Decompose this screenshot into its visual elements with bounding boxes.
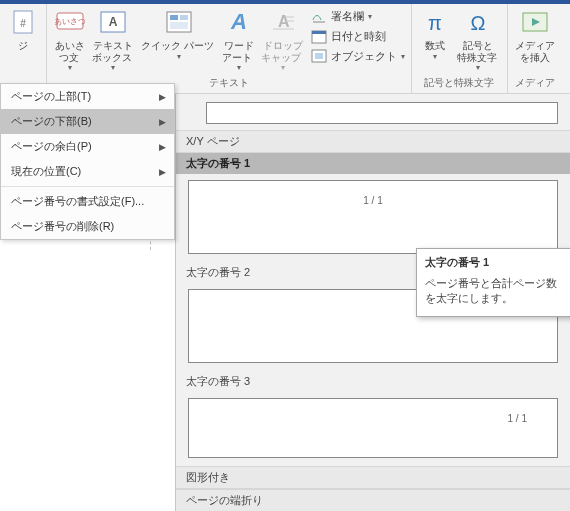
svg-text:π: π xyxy=(428,12,442,34)
chevron-right-icon: ▶ xyxy=(159,92,166,102)
menu-top-of-page[interactable]: ページの上部(T)▶ xyxy=(1,84,174,109)
textbox-label: テキスト ボックス xyxy=(92,40,135,63)
page-icon: # xyxy=(7,6,39,38)
gallery-preview-3[interactable]: 1 / 1 xyxy=(188,398,558,458)
chevron-right-icon: ▶ xyxy=(159,117,166,127)
chevron-down-icon: ▾ xyxy=(368,12,372,21)
aisatsu-button[interactable]: あいさつ あいさ つ文 ▾ xyxy=(51,4,89,74)
menu-label: ページの上部(T) xyxy=(11,89,91,104)
tooltip-body: ページ番号と合計ページ数を太字にします。 xyxy=(425,276,567,306)
signature-button[interactable]: 署名欄 ▾ xyxy=(309,6,407,26)
datetime-icon xyxy=(311,28,327,44)
menu-label: ページの下部(B) xyxy=(11,114,92,129)
page-number-menu: ページの上部(T)▶ ページの下部(B)▶ ページの余白(P)▶ 現在の位置(C… xyxy=(0,83,175,240)
chevron-down-icon: ▾ xyxy=(476,63,480,72)
menu-label: 現在の位置(C) xyxy=(11,164,81,179)
gallery-footer: ページの端折り xyxy=(176,489,570,511)
aisatsu-label: あいさ つ文 xyxy=(55,40,85,63)
page-label: ジ xyxy=(18,40,28,52)
menu-label: ページ番号の書式設定(F)... xyxy=(11,194,144,209)
svg-text:A: A xyxy=(109,15,118,29)
chevron-down-icon: ▾ xyxy=(401,52,405,61)
signature-label: 署名欄 xyxy=(331,9,364,24)
menu-bottom-of-page[interactable]: ページの下部(B)▶ xyxy=(1,109,174,134)
object-label: オブジェクト xyxy=(331,49,397,64)
chevron-down-icon: ▾ xyxy=(281,63,285,72)
page-number-text: 1 / 1 xyxy=(508,413,527,424)
gallery-header-preview xyxy=(206,102,558,124)
svg-rect-8 xyxy=(180,15,188,20)
svg-text:Ω: Ω xyxy=(471,12,486,34)
svg-text:A: A xyxy=(230,9,247,34)
quickparts-icon xyxy=(163,6,195,38)
gallery-preview-1[interactable]: 1 / 1 xyxy=(188,180,558,254)
svg-text:#: # xyxy=(20,18,26,29)
tooltip-title: 太字の番号 1 xyxy=(425,255,567,270)
object-icon xyxy=(311,48,327,64)
symbol-icon: Ω xyxy=(462,6,494,38)
chevron-down-icon: ▾ xyxy=(433,52,437,61)
datetime-label: 日付と時刻 xyxy=(331,29,386,44)
quickparts-button[interactable]: クイック パーツ ▾ xyxy=(138,4,220,74)
equation-label: 数式 xyxy=(425,40,445,52)
svg-rect-19 xyxy=(315,53,323,59)
textbox-button[interactable]: A テキスト ボックス ▾ xyxy=(89,4,138,74)
symbol-label: 記号と 特殊文字 xyxy=(457,40,500,63)
menu-separator xyxy=(1,186,174,187)
dropcap-label: ドロップ キャップ xyxy=(261,40,304,63)
chevron-right-icon: ▶ xyxy=(159,167,166,177)
gallery-item-label: 太字の番号 2 xyxy=(186,266,250,278)
gallery-section-xy: X/Y ページ xyxy=(176,130,570,153)
object-button[interactable]: オブジェクト ▾ xyxy=(309,46,407,66)
gallery-item-label: 太字の番号 1 xyxy=(186,157,250,169)
menu-remove-page-numbers[interactable]: ページ番号の削除(R) xyxy=(1,214,174,239)
symbol-button[interactable]: Ω 記号と 特殊文字 ▾ xyxy=(454,4,503,74)
gallery-item-bold-3[interactable]: 太字の番号 3 xyxy=(176,371,570,392)
datetime-button[interactable]: 日付と時刻 xyxy=(309,26,407,46)
quickparts-label: クイック パーツ xyxy=(141,40,217,52)
group-caption-media: メディア xyxy=(512,74,558,93)
equation-icon: π xyxy=(419,6,451,38)
equation-button[interactable]: π 数式 ▾ xyxy=(416,4,454,74)
svg-rect-7 xyxy=(170,15,178,20)
menu-page-margins[interactable]: ページの余白(P)▶ xyxy=(1,134,174,159)
menu-format-page-numbers[interactable]: ページ番号の書式設定(F)... xyxy=(1,189,174,214)
ribbon: # ジ あいさつ あいさ つ文 ▾ A テキスト ボックス ▾ xyxy=(0,4,570,94)
page-number-button[interactable]: # ジ xyxy=(4,4,42,77)
wordart-button[interactable]: A ワード アート ▾ xyxy=(219,4,258,74)
svg-rect-9 xyxy=(170,22,188,29)
media-label: メディア を挿入 xyxy=(515,40,555,63)
tooltip: 太字の番号 1 ページ番号と合計ページ数を太字にします。 xyxy=(416,248,570,317)
wordart-icon: A xyxy=(223,6,255,38)
gallery-item-label: 太字の番号 3 xyxy=(186,375,250,387)
dropcap-icon: A xyxy=(267,6,299,38)
dropcap-button[interactable]: A ドロップ キャップ ▾ xyxy=(258,4,307,74)
svg-text:あいさつ: あいさつ xyxy=(55,17,85,26)
menu-label: ページ番号の削除(R) xyxy=(11,219,114,234)
chevron-down-icon: ▾ xyxy=(237,63,241,72)
gallery-item-bold-1[interactable]: 太字の番号 1 xyxy=(176,153,570,174)
media-button[interactable]: メディア を挿入 xyxy=(512,4,558,74)
textbox-icon: A xyxy=(97,6,129,38)
chevron-down-icon: ▾ xyxy=(68,63,72,72)
page-number-text: 1 / 1 xyxy=(363,195,382,206)
chevron-right-icon: ▶ xyxy=(159,142,166,152)
chevron-down-icon: ▾ xyxy=(177,52,181,61)
chevron-down-icon: ▾ xyxy=(111,63,115,72)
gallery-section-shapes: 図形付き xyxy=(176,466,570,489)
menu-current-position[interactable]: 現在の位置(C)▶ xyxy=(1,159,174,184)
wordart-label: ワード アート xyxy=(222,40,255,63)
menu-label: ページの余白(P) xyxy=(11,139,92,154)
signature-icon xyxy=(311,8,327,24)
group-caption-symbols: 記号と特殊文字 xyxy=(416,74,503,93)
aisatsu-icon: あいさつ xyxy=(54,6,86,38)
media-icon xyxy=(519,6,551,38)
svg-rect-17 xyxy=(312,31,326,34)
